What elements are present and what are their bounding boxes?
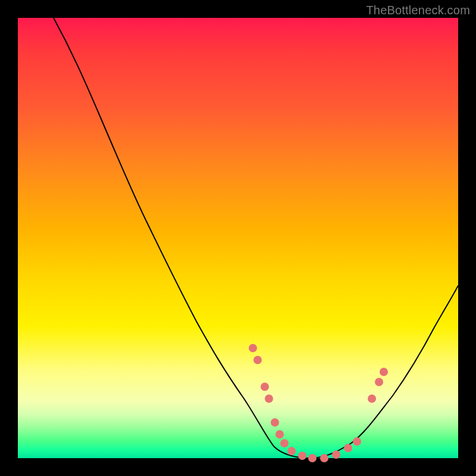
curve-dot: [275, 430, 284, 439]
curve-dot: [380, 368, 388, 376]
chart-frame: TheBottleneck.com: [0, 0, 476, 476]
curve-svg: [18, 18, 458, 458]
curve-dot: [353, 437, 361, 446]
bottleneck-curve: [54, 18, 458, 458]
curve-dot: [271, 418, 279, 427]
curve-dot: [320, 454, 328, 462]
curve-dot: [375, 378, 383, 386]
curve-dot: [261, 383, 269, 391]
curve-dot: [265, 394, 273, 403]
curve-dot: [253, 356, 262, 364]
curve-dot: [287, 447, 296, 455]
curve-dot: [280, 439, 289, 447]
curve-dot: [332, 450, 340, 459]
curve-dot: [344, 444, 352, 452]
curve-dot: [249, 344, 257, 352]
curve-dot: [368, 394, 376, 403]
watermark-text: TheBottleneck.com: [366, 4, 470, 17]
curve-dot: [298, 452, 306, 460]
curve-dot: [308, 454, 317, 462]
